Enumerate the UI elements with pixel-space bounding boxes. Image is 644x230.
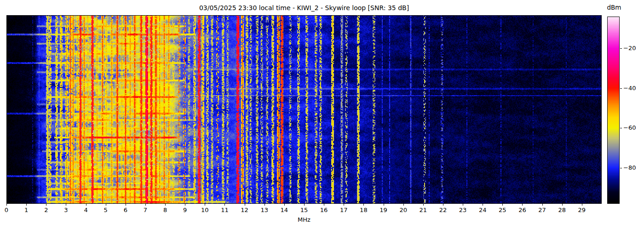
x-axis-tick xyxy=(284,204,285,206)
x-axis-tick xyxy=(324,204,324,206)
x-axis-tick-label: 28 xyxy=(558,207,566,213)
x-axis-tick-label: 6 xyxy=(124,207,127,213)
x-axis-tick xyxy=(264,204,265,206)
colorbar-tick xyxy=(620,128,622,128)
x-axis-tick xyxy=(384,204,384,206)
x-axis-tick-label: 27 xyxy=(538,207,546,213)
spectrogram-figure: 03/05/2025 23:30 local time - KIWI_2 - S… xyxy=(0,0,644,230)
x-axis-tick-label: 17 xyxy=(340,207,348,213)
x-axis-tick xyxy=(582,204,582,206)
x-axis-tick xyxy=(26,204,27,206)
x-axis-tick-label: 25 xyxy=(499,207,506,213)
x-axis-tick xyxy=(502,204,503,206)
x-axis-tick xyxy=(145,204,146,206)
x-axis-tick xyxy=(106,204,106,206)
x-axis-label: MHz xyxy=(6,216,602,223)
colorbar-tick xyxy=(620,168,622,168)
x-axis-tick xyxy=(363,204,364,206)
x-axis-tick xyxy=(126,204,126,206)
colorbar-tick-label: −80 xyxy=(623,164,636,172)
x-axis-tick-label: 9 xyxy=(183,207,187,213)
x-axis-tick-label: 20 xyxy=(399,207,407,213)
x-axis-tick xyxy=(205,204,205,206)
x-axis-tick xyxy=(185,204,185,206)
x-axis-tick-label: 18 xyxy=(360,207,368,213)
x-axis-tick xyxy=(245,204,245,206)
x-axis-tick-label: 1 xyxy=(24,207,28,213)
x-axis-tick-label: 16 xyxy=(320,207,328,213)
x-axis-tick-label: 13 xyxy=(260,207,268,213)
colorbar-tick-label: −60 xyxy=(623,124,636,132)
x-axis-tick-label: 8 xyxy=(163,207,167,213)
x-axis-tick xyxy=(483,204,483,206)
colorbar-title: dBm xyxy=(604,4,625,11)
x-axis-tick xyxy=(224,204,225,206)
x-axis-tick xyxy=(165,204,166,206)
x-axis-tick xyxy=(344,204,344,206)
x-axis-tick xyxy=(562,204,563,206)
x-axis-tick-label: 7 xyxy=(144,207,147,213)
x-axis-tick-label: 15 xyxy=(300,207,308,213)
x-axis-tick xyxy=(542,204,543,206)
colorbar-tick xyxy=(620,48,622,49)
x-axis-tick-label: 29 xyxy=(578,207,586,213)
x-axis-tick-label: 14 xyxy=(281,207,288,213)
x-axis-tick xyxy=(443,204,443,206)
x-axis-tick xyxy=(304,204,305,206)
x-axis-tick-label: 19 xyxy=(380,207,387,213)
x-axis-tick-label: 26 xyxy=(518,207,526,213)
x-axis-tick-label: 23 xyxy=(459,207,467,213)
colorbar-tick-label: −20 xyxy=(623,45,636,52)
x-axis-tick-label: 24 xyxy=(479,207,487,213)
chart-title: 03/05/2025 23:30 local time - KIWI_2 - S… xyxy=(6,4,602,12)
x-axis-tick xyxy=(522,204,523,206)
x-axis-tick xyxy=(86,204,86,206)
colorbar-tick-label: −40 xyxy=(623,85,636,92)
x-axis-tick xyxy=(423,204,424,206)
x-axis-tick-label: 0 xyxy=(5,207,8,213)
x-axis-tick-label: 5 xyxy=(104,207,108,213)
x-axis-tick-label: 4 xyxy=(84,207,87,213)
x-axis-tick-label: 10 xyxy=(201,207,209,213)
x-axis-tick xyxy=(6,204,7,206)
x-axis-tick xyxy=(403,204,404,206)
x-axis-tick-label: 2 xyxy=(44,207,48,213)
spectrogram-canvas xyxy=(6,15,602,204)
x-axis-tick-label: 3 xyxy=(64,207,68,213)
x-axis-tick xyxy=(66,204,66,206)
colorbar-tick xyxy=(620,88,622,89)
x-axis-tick-label: 22 xyxy=(439,207,447,213)
x-axis-tick-label: 12 xyxy=(241,207,248,213)
x-axis-tick xyxy=(46,204,46,206)
x-axis-tick-label: 11 xyxy=(221,207,229,213)
x-axis-tick-label: 21 xyxy=(420,207,427,213)
x-axis-tick xyxy=(463,204,463,206)
colorbar-canvas xyxy=(607,17,620,204)
